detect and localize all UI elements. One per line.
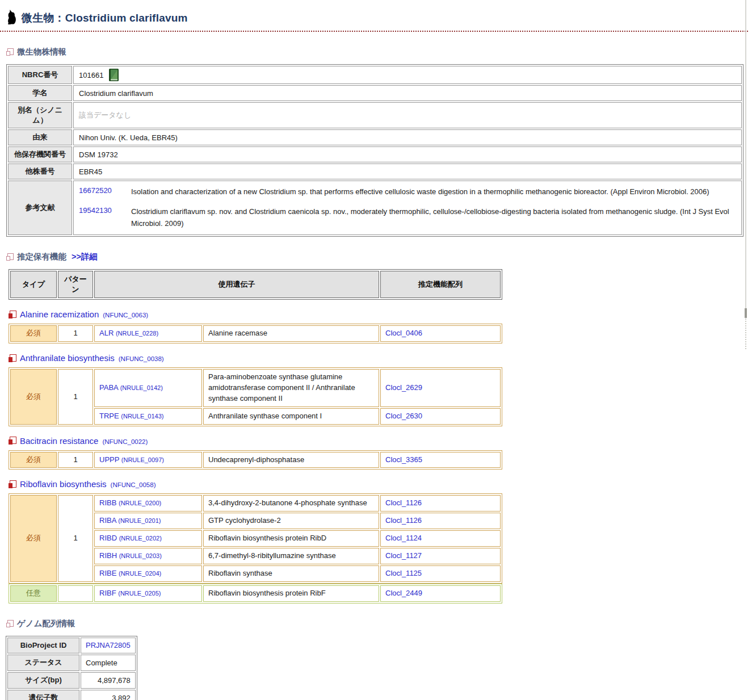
- pmid-link[interactable]: 19542130: [74, 202, 131, 219]
- pattern-cell: 1: [58, 495, 93, 581]
- function-name-link[interactable]: Riboflavin biosynthesis: [20, 479, 107, 489]
- sequence-link[interactable]: Clocl_1124: [385, 534, 422, 542]
- catalogue-book-icon[interactable]: [109, 69, 119, 81]
- function-name-link[interactable]: Alanine racemization: [20, 309, 99, 319]
- row-value: PRJNA72805: [81, 638, 136, 654]
- row-value: EBR45: [73, 164, 742, 179]
- bullet-icon: [9, 437, 16, 445]
- nrule-id: (NRULE_0205): [118, 590, 161, 597]
- sequence-cell: Clocl_2629: [380, 369, 501, 407]
- sequence-cell: Clocl_1124: [380, 530, 501, 547]
- row-label: BioProject ID: [7, 638, 79, 654]
- function-name-link[interactable]: Bacitracin resistance: [20, 436, 98, 446]
- nrule-id: (NRULE_0201): [118, 517, 161, 524]
- nfunc-id: (NFUNC_0022): [102, 438, 148, 445]
- reference-item: 16672520 Isolation and characterization …: [74, 182, 741, 202]
- nfunc-id: (NFUNC_0063): [103, 312, 148, 318]
- sequence-cell: Clocl_0406: [380, 325, 501, 342]
- gene-symbol-link[interactable]: RIBF: [99, 589, 116, 597]
- sequence-link[interactable]: Clocl_0406: [385, 329, 422, 337]
- function-name-link[interactable]: Anthranilate biosynthesis: [20, 353, 115, 363]
- nrule-id: (NRULE_0143): [121, 413, 163, 420]
- sequence-link[interactable]: Clocl_3365: [385, 455, 422, 464]
- gene-cell: TRPE (NRULE_0143): [94, 408, 202, 425]
- gene-product: Anthranilate synthase component I: [203, 408, 379, 425]
- col-header-pattern: パターン: [58, 271, 93, 298]
- pattern-cell: [58, 585, 93, 602]
- gene-symbol-link[interactable]: RIBD: [99, 534, 117, 542]
- gene-product: Riboflavin biosynthesis protein RibD: [203, 530, 379, 547]
- section-icon: [6, 620, 13, 627]
- nbrc-number: 101661: [79, 71, 103, 79]
- nrule-id: (NRULE_0097): [121, 456, 164, 463]
- function-table: 必須 1 ALR (NRULE_0228) Alanine racemase C…: [9, 324, 502, 343]
- gene-symbol-link[interactable]: ALR: [99, 329, 114, 337]
- strain-section-heading: 微生物株情報: [6, 47, 752, 57]
- gene-symbol-link[interactable]: TRPE: [99, 412, 119, 420]
- functions-heading-label: 推定保有機能: [17, 252, 66, 262]
- gene-product: 6,7-dimethyl-8-ribityllumazine synthase: [203, 548, 379, 564]
- functions-detail-link[interactable]: >>詳細: [72, 252, 98, 262]
- row-label: 参考文献: [8, 181, 72, 235]
- table-row: NBRC番号 101661: [8, 66, 742, 84]
- row-value: Nihon Univ. (K. Ueda, EBR45): [73, 129, 742, 145]
- row-value: 4,897,678: [81, 672, 136, 689]
- gene-cell: RIBF (NRULE_0205): [94, 585, 202, 602]
- gene-symbol-link[interactable]: PABA: [99, 383, 118, 392]
- sequence-link[interactable]: Clocl_2629: [385, 383, 422, 392]
- function-group-heading: Bacitracin resistance (NFUNC_0022): [9, 436, 752, 446]
- nfunc-id: (NFUNC_0038): [119, 355, 164, 362]
- row-value: 101661: [73, 66, 742, 84]
- type-cell: 必須: [10, 325, 57, 342]
- pattern-cell: 1: [58, 452, 93, 468]
- gene-symbol-link[interactable]: RIBH: [99, 551, 117, 560]
- function-group-heading: Riboflavin biosynthesis (NFUNC_0058): [9, 479, 752, 489]
- gene-cell: PABA (NRULE_0142): [94, 369, 202, 407]
- gene-product: Riboflavin synthase: [203, 565, 379, 582]
- sequence-link[interactable]: Clocl_1127: [385, 551, 422, 560]
- genome-table: BioProject ID PRJNA72805 ステータス Complete …: [6, 636, 137, 700]
- nrule-id: (NRULE_0203): [119, 552, 162, 559]
- gene-symbol-link[interactable]: RIBA: [99, 516, 116, 525]
- table-row: 必須 1 PABA (NRULE_0142) Para-aminobenzoat…: [10, 369, 501, 407]
- table-row: タイプ パターン 使用遺伝子 推定機能配列: [10, 271, 501, 298]
- gene-symbol-link[interactable]: RIBE: [99, 569, 116, 577]
- row-label: ステータス: [7, 655, 79, 671]
- row-label: NBRC番号: [8, 66, 72, 84]
- gene-cell: RIBB (NRULE_0200): [94, 495, 202, 512]
- sequence-cell: Clocl_1127: [380, 548, 501, 564]
- col-header-type: タイプ: [10, 271, 57, 298]
- row-value: 該当データなし: [73, 102, 742, 128]
- gene-cell: RIBH (NRULE_0203): [94, 548, 202, 564]
- sequence-cell: Clocl_1126: [380, 495, 501, 512]
- gene-product: Undecaprenyl-diphosphatase: [203, 452, 379, 468]
- table-row: 参考文献 16672520 Isolation and characteriza…: [8, 181, 742, 235]
- gene-cell: RIBE (NRULE_0204): [94, 565, 202, 582]
- sequence-cell: Clocl_3365: [380, 452, 501, 468]
- function-table: 必須 1 UPPP (NRULE_0097) Undecaprenyl-diph…: [9, 450, 502, 470]
- gene-symbol-link[interactable]: UPPP: [99, 455, 119, 464]
- pmid-link[interactable]: 16672520: [74, 182, 131, 199]
- genome-section-heading: ゲノム配列情報: [6, 618, 752, 629]
- sequence-link[interactable]: Clocl_2630: [385, 412, 422, 420]
- bioproject-link[interactable]: PRJNA72805: [86, 641, 131, 649]
- table-row: BioProject ID PRJNA72805: [7, 638, 136, 654]
- sequence-cell: Clocl_1125: [380, 565, 501, 582]
- table-row: 他保存機関番号 DSM 19732: [8, 146, 742, 162]
- gene-product: Para-aminobenzoate synthase glutamine am…: [203, 369, 379, 407]
- row-label: 由来: [8, 129, 72, 145]
- table-row: サイズ(bp) 4,897,678: [7, 672, 136, 689]
- table-row: 由来 Nihon Univ. (K. Ueda, EBR45): [8, 129, 742, 145]
- sequence-link[interactable]: Clocl_2449: [385, 589, 422, 597]
- nrule-id: (NRULE_0200): [119, 500, 161, 506]
- gene-cell: ALR (NRULE_0228): [94, 325, 202, 342]
- sequence-link[interactable]: Clocl_1126: [385, 498, 422, 507]
- table-row: 必須 1 ALR (NRULE_0228) Alanine racemase C…: [10, 325, 501, 342]
- gene-symbol-link[interactable]: RIBB: [99, 498, 116, 507]
- table-row: 必須 1 UPPP (NRULE_0097) Undecaprenyl-diph…: [10, 452, 501, 468]
- sequence-link[interactable]: Clocl_1126: [385, 516, 422, 525]
- scrollbar-thumb[interactable]: [745, 308, 747, 318]
- nrule-id: (NRULE_0228): [116, 330, 158, 337]
- sequence-link[interactable]: Clocl_1125: [385, 569, 422, 577]
- bullet-icon: [9, 311, 16, 318]
